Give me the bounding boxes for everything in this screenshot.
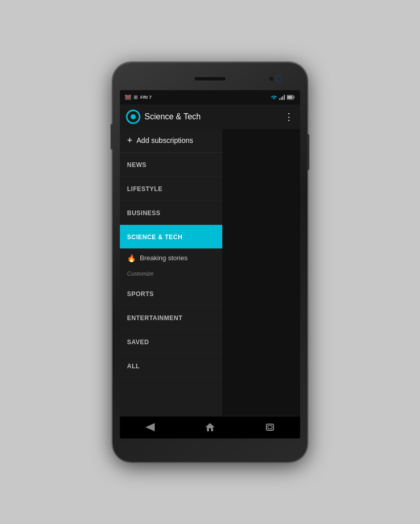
breaking-stories-label: Breaking stories — [140, 254, 187, 262]
status-bar-right — [270, 95, 295, 100]
customize-label[interactable]: Customize — [120, 267, 222, 282]
add-icon: + — [127, 135, 133, 146]
app-header: Science & Tech ⋮ — [120, 104, 300, 129]
phone-nav-bar — [120, 416, 300, 438]
nav-item-label-saved: SAVED — [127, 339, 149, 346]
phone-top-bar — [120, 70, 300, 88]
svg-rect-1 — [134, 95, 138, 99]
content-panel — [222, 129, 300, 416]
svg-rect-7 — [284, 95, 285, 100]
sidebar-item-sports[interactable]: SPORTS — [120, 282, 222, 306]
app-title: Science & Tech — [144, 112, 201, 121]
app-content: + Add subscriptions NEWS LIFESTYLE BUSIN… — [120, 129, 300, 416]
sub-item-breaking-stories[interactable]: 🔥 Breaking stories — [120, 249, 222, 267]
volume-button[interactable] — [111, 124, 113, 150]
nav-item-label-lifestyle: LIFESTYLE — [127, 185, 162, 193]
app-logo — [126, 110, 140, 124]
nav-item-label-science-tech: SCIENCE & TECH — [127, 234, 182, 241]
app-header-left: Science & Tech — [126, 110, 201, 124]
sidebar-item-news[interactable]: NEWS — [120, 153, 222, 177]
sidebar-item-lifestyle[interactable]: LIFESTYLE — [120, 177, 222, 201]
sidebar-item-science-tech[interactable]: SCIENCE & TECH — [120, 225, 222, 249]
nav-item-label-entertainment: ENTERTAINMENT — [127, 315, 182, 322]
svg-marker-12 — [205, 423, 215, 431]
nav-item-label-all: ALL — [127, 363, 140, 370]
sidebar-item-entertainment[interactable]: ENTERTAINMENT — [120, 306, 222, 330]
sidebar-item-all[interactable]: ALL — [120, 354, 222, 378]
recents-icon — [265, 423, 275, 431]
signal-icon — [279, 95, 285, 100]
phone-screen: FRI 7 — [120, 90, 300, 438]
wifi-icon — [270, 95, 278, 100]
fire-icon: 🔥 — [127, 254, 136, 262]
front-sensor — [269, 77, 274, 81]
status-bar-left: FRI 7 — [125, 95, 152, 100]
battery-icon — [287, 95, 295, 100]
home-icon — [205, 423, 215, 431]
status-bar: FRI 7 — [120, 90, 300, 104]
app-logo-inner — [131, 114, 136, 119]
back-icon — [145, 423, 155, 431]
sidebar-item-saved[interactable]: SAVED — [120, 330, 222, 354]
svg-rect-13 — [266, 424, 274, 430]
gmail-icon — [125, 95, 131, 100]
earpiece-speaker — [195, 77, 225, 80]
svg-rect-5 — [281, 97, 282, 100]
notification-icon — [133, 95, 138, 100]
phone-device: FRI 7 — [113, 62, 307, 462]
sidebar: + Add subscriptions NEWS LIFESTYLE BUSIN… — [120, 129, 222, 416]
status-time: FRI 7 — [140, 95, 152, 100]
svg-rect-6 — [282, 96, 283, 100]
recents-button[interactable] — [261, 418, 279, 436]
add-subscriptions-label: Add subscriptions — [137, 136, 194, 144]
nav-item-label-sports: SPORTS — [127, 290, 154, 298]
nav-item-label-news: NEWS — [127, 161, 146, 169]
nav-item-label-business: BUSINESS — [127, 209, 160, 217]
power-button[interactable] — [307, 134, 309, 170]
svg-rect-10 — [293, 96, 295, 98]
home-button[interactable] — [201, 418, 219, 436]
more-vert-button[interactable]: ⋮ — [284, 111, 294, 122]
add-subscriptions-button[interactable]: + Add subscriptions — [120, 129, 222, 153]
svg-rect-4 — [279, 98, 280, 100]
svg-rect-9 — [287, 96, 292, 99]
sidebar-item-business[interactable]: BUSINESS — [120, 201, 222, 225]
back-button[interactable] — [141, 418, 159, 436]
svg-rect-14 — [268, 426, 272, 429]
phone-bottom — [120, 438, 300, 455]
front-camera — [277, 76, 282, 81]
svg-marker-11 — [145, 423, 155, 431]
